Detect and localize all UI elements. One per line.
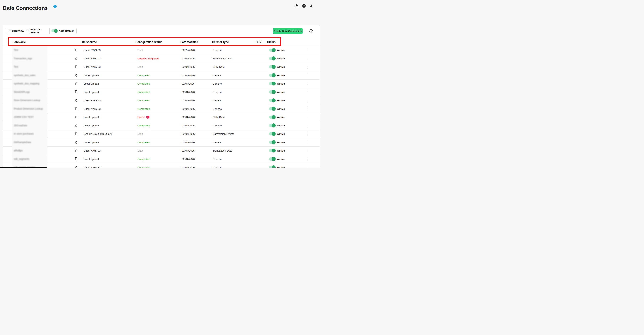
- datasource-cell: Local Upload: [84, 124, 99, 127]
- row-menu-kebab-icon[interactable]: [306, 140, 310, 144]
- status-toggle[interactable]: [269, 132, 275, 135]
- filters-search-button[interactable]: Filters & Search: [26, 28, 49, 34]
- row-menu-kebab-icon[interactable]: [306, 90, 310, 94]
- configuration-status-cell: Completed: [138, 166, 150, 167]
- card-view-button[interactable]: Card View: [6, 28, 26, 34]
- toggle-knob: [272, 107, 276, 111]
- copy-job-name-icon[interactable]: [74, 140, 78, 144]
- configuration-status-cell: Mapping Required: [138, 57, 158, 60]
- status-toggle[interactable]: [269, 48, 275, 52]
- copy-job-name-icon[interactable]: [74, 48, 78, 52]
- copy-job-name-icon[interactable]: [74, 157, 78, 161]
- copy-job-name-icon[interactable]: [74, 98, 78, 102]
- create-data-connection-button[interactable]: Create Data Connection: [273, 28, 302, 34]
- row-menu-kebab-icon[interactable]: [306, 165, 310, 167]
- status-toggle-label: Active: [277, 157, 285, 160]
- status-toggle-label: Active: [277, 65, 285, 68]
- datasource-cell: Client AWS S3: [84, 49, 100, 52]
- row-menu-kebab-icon[interactable]: [306, 123, 310, 128]
- row-menu-kebab-icon[interactable]: [306, 48, 310, 52]
- copy-job-name-icon[interactable]: [74, 82, 78, 85]
- failed-info-icon[interactable]: i: [146, 115, 149, 119]
- copy-job-name-icon[interactable]: [74, 57, 78, 60]
- copy-job-name-icon[interactable]: [74, 107, 78, 111]
- date-modified-cell: 02/04/2026: [182, 141, 195, 144]
- copy-job-name-icon[interactable]: [74, 115, 78, 119]
- data-connections-page: { "page": { "title": "Data Connections",…: [0, 0, 322, 167]
- row-menu-kebab-icon[interactable]: [306, 73, 310, 77]
- dataset-type-cell: Generic: [212, 90, 222, 93]
- row-menu-kebab-icon[interactable]: [306, 132, 310, 136]
- column-header-status: Status: [267, 40, 276, 43]
- job-name-redacted: sdk_segments: [12, 155, 48, 163]
- filter-icon: [26, 30, 29, 32]
- datasource-cell: Local Upload: [84, 157, 99, 160]
- job-name-redacted: Test: [12, 46, 48, 54]
- table-row: synthetic_dco_mappingLocal UploadComplet…: [3, 79, 320, 88]
- job-name-redacted: Test: [12, 62, 48, 71]
- status-toggle[interactable]: [269, 141, 275, 144]
- row-menu-kebab-icon[interactable]: [306, 65, 310, 69]
- status-toggle[interactable]: [269, 107, 275, 110]
- date-modified-cell: 02/04/2026: [182, 107, 195, 110]
- status-toggle[interactable]: [269, 65, 275, 68]
- grid-icon: [8, 29, 10, 32]
- configuration-status-cell: Completed: [138, 90, 150, 93]
- status-toggle[interactable]: [269, 124, 275, 127]
- help-icon[interactable]: ?: [302, 4, 306, 8]
- dataset-type-cell: CRM Data: [212, 116, 225, 119]
- status-toggle-label: Active: [277, 99, 285, 102]
- row-menu-kebab-icon[interactable]: [306, 56, 310, 61]
- date-modified-cell: 02/04/2026: [182, 157, 195, 160]
- copy-job-name-icon[interactable]: [74, 73, 78, 77]
- row-menu-kebab-icon[interactable]: [306, 115, 310, 119]
- row-menu-kebab-icon[interactable]: [306, 157, 310, 161]
- status-toggle[interactable]: [269, 149, 275, 152]
- status-toggle[interactable]: [269, 166, 275, 167]
- row-menu-kebab-icon[interactable]: [306, 107, 310, 111]
- help-badge-icon[interactable]: ?: [54, 5, 57, 8]
- refresh-icon[interactable]: [309, 28, 313, 33]
- status-toggle-label: Active: [277, 124, 285, 127]
- row-menu-kebab-icon[interactable]: [306, 148, 310, 153]
- job-name-redacted: StoreDSPLogs: [12, 88, 48, 96]
- row-menu-kebab-icon[interactable]: [306, 81, 310, 86]
- auto-refresh-label: Auto Refresh: [59, 29, 74, 32]
- status-toggle[interactable]: [269, 157, 275, 161]
- status-toggle[interactable]: [269, 99, 275, 102]
- copy-job-name-icon[interactable]: [74, 165, 78, 167]
- toggle-knob: [272, 82, 276, 86]
- job-name-redacted: Product Dimension Lookup: [12, 104, 48, 113]
- copy-job-name-icon[interactable]: [74, 132, 78, 136]
- status-toggle[interactable]: [269, 115, 275, 119]
- user-account-icon[interactable]: [310, 4, 313, 8]
- status-toggle[interactable]: [269, 74, 275, 77]
- table-row: TestClient AWS S3Draft02/04/2026CRM Data…: [3, 63, 320, 71]
- status-toggle[interactable]: [269, 57, 275, 60]
- table-row: In store purchasesGoogle Cloud Big Query…: [3, 130, 320, 138]
- job-name-redacted: Store Dimension Lookup: [12, 96, 48, 105]
- column-header-job-name: Job Name: [13, 40, 26, 43]
- status-toggle-label: Active: [277, 74, 285, 77]
- configuration-status-cell: Completed: [138, 107, 150, 110]
- date-modified-cell: 02/04/2026: [182, 166, 195, 167]
- table-row: Transaction_logsClient AWS S3Mapping Req…: [3, 54, 320, 63]
- status-toggle-label: Active: [277, 132, 285, 135]
- configuration-status-cell: Completed: [138, 74, 150, 77]
- row-menu-kebab-icon[interactable]: [306, 98, 310, 102]
- auto-refresh-toggle[interactable]: [52, 29, 57, 32]
- datasource-cell: Client AWS S3: [84, 99, 100, 102]
- dataset-type-cell: Generic: [212, 99, 222, 102]
- datasource-cell: Local Upload: [84, 90, 99, 93]
- toggle-knob: [272, 149, 276, 153]
- status-toggle[interactable]: [269, 82, 275, 85]
- copy-job-name-icon[interactable]: [74, 149, 78, 152]
- status-toggle[interactable]: [269, 90, 275, 94]
- copy-job-name-icon[interactable]: [74, 65, 78, 69]
- bell-icon[interactable]: [295, 4, 298, 8]
- datasource-cell: Client AWS S3: [84, 166, 100, 167]
- column-header-dataset-type: Dataset Type: [212, 40, 229, 43]
- copy-job-name-icon[interactable]: [74, 90, 78, 94]
- copy-job-name-icon[interactable]: [74, 124, 78, 127]
- toggle-knob: [272, 132, 276, 136]
